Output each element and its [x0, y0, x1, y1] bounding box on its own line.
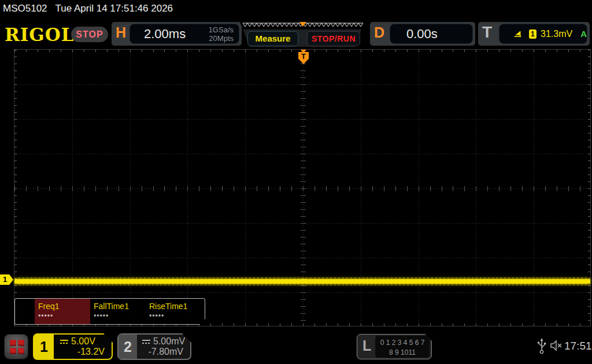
- channel1-scale: 5.00V: [71, 336, 95, 347]
- timebase-value: 2.00ms: [144, 27, 186, 42]
- usb-indicator: [537, 338, 546, 354]
- measurement-label: FallTime1: [94, 302, 146, 311]
- dc-coupling-icon: [142, 339, 151, 344]
- measurement-slot-risetime1[interactable]: RiseTime1 *****: [146, 299, 201, 324]
- sound-muted-indicator: [550, 340, 564, 351]
- rigol-logo: RIGOL: [5, 24, 75, 45]
- oscilloscope-screen: MSO5102Tue April 14 17:51:46 2026 RIGOL …: [0, 0, 592, 364]
- acquisition-info: 1GSa/s 20Mpts: [209, 25, 234, 43]
- date-time: Tue April 14 17:51:46 2026: [56, 0, 173, 17]
- ch1-ground-marker[interactable]: 1: [0, 274, 13, 285]
- clock: 17:51: [564, 340, 592, 352]
- measure-button[interactable]: Measure: [247, 31, 298, 46]
- memory-depth: 20Mpts: [209, 34, 234, 43]
- sample-rate: 1GSa/s: [209, 25, 234, 34]
- logic-row2: 8 9 1011 12131415: [375, 348, 430, 364]
- trigger-label: T: [482, 23, 492, 42]
- channel2-box[interactable]: 2 5.00mV -7.80mV: [117, 333, 191, 360]
- graticule: T: [14, 49, 591, 326]
- measurement-slot-freq1[interactable]: Freq1 *****: [35, 299, 90, 324]
- trigger-box[interactable]: 1 31.3mV A: [499, 24, 587, 44]
- trigger-source-badge: 1: [529, 29, 536, 39]
- logic-channel-list: 0 1 2 3 4 5 6 7 8 9 1011 12131415: [375, 336, 430, 358]
- trigger-level-value: 31.3mV: [541, 29, 572, 39]
- logic-row1: 0 1 2 3 4 5 6 7: [375, 338, 430, 348]
- trigger-panel[interactable]: T 1 31.3mV A: [478, 22, 590, 46]
- trigger-position-marker[interactable]: T: [298, 50, 309, 66]
- channel2-offset: -7.80mV: [149, 347, 183, 357]
- measurement-label: RiseTime1: [149, 302, 201, 311]
- horizontal-label: H: [116, 24, 126, 41]
- menu-grid-icon: [18, 340, 24, 346]
- channel2-scale: 5.00mV: [153, 336, 185, 347]
- usb-icon: [537, 338, 546, 354]
- measurement-value: *****: [38, 313, 90, 320]
- quick-menu-button[interactable]: [4, 334, 28, 359]
- header-bar: RIGOL STOP H 2.00ms 1GSa/s 20Mpts Measur…: [0, 18, 592, 49]
- measurement-value: *****: [149, 313, 201, 320]
- trigger-sweep-mode: A: [580, 29, 587, 39]
- model-name: MSO5102: [3, 0, 47, 17]
- menu-grid-icon: [10, 348, 16, 354]
- delay-panel[interactable]: D 0.00s: [370, 22, 475, 46]
- horizontal-panel[interactable]: H 2.00ms 1GSa/s 20Mpts: [112, 22, 242, 46]
- delay-box[interactable]: 0.00s: [390, 24, 473, 44]
- run-state-indicator: STOP: [71, 27, 108, 42]
- status-bar: MSO5102Tue April 14 17:51:46 2026: [0, 0, 592, 17]
- delay-label: D: [374, 24, 384, 41]
- channel1-number: 1: [34, 335, 54, 359]
- ticks-center-horizontal: [14, 186, 590, 191]
- channel2-number: 2: [119, 335, 137, 359]
- menu-grid-icon: [10, 340, 16, 346]
- waveform-preview-strip[interactable]: [239, 21, 367, 29]
- delay-value: 0.00s: [406, 27, 438, 42]
- dc-coupling-icon: [60, 339, 69, 344]
- measurement-label: Freq1: [38, 302, 90, 311]
- menu-grid-icon: [18, 348, 24, 354]
- trigger-edge-icon: [513, 29, 523, 39]
- preview-zigzag-icon: [239, 21, 367, 29]
- stop-run-button[interactable]: STOP/RUN: [307, 31, 360, 46]
- logic-analyzer-box[interactable]: L 0 1 2 3 4 5 6 7 8 9 1011 12131415: [357, 334, 432, 359]
- timebase-box[interactable]: 2.00ms 1GSa/s 20Mpts: [130, 24, 239, 44]
- measurement-slot-falltime1[interactable]: FallTime1 *****: [90, 299, 146, 324]
- trigger-marker-icon: T: [298, 52, 309, 64]
- ch1-trace: [14, 279, 590, 284]
- logic-analyzer-label: L: [362, 337, 371, 354]
- channel1-box[interactable]: 1 5.00V -13.2V: [33, 333, 113, 360]
- channel1-offset: -13.2V: [77, 347, 105, 357]
- measurements-box: Freq1 ***** FallTime1 ***** RiseTime1 **…: [14, 298, 205, 325]
- measurement-value: *****: [94, 313, 146, 320]
- speaker-muted-icon: [550, 340, 564, 351]
